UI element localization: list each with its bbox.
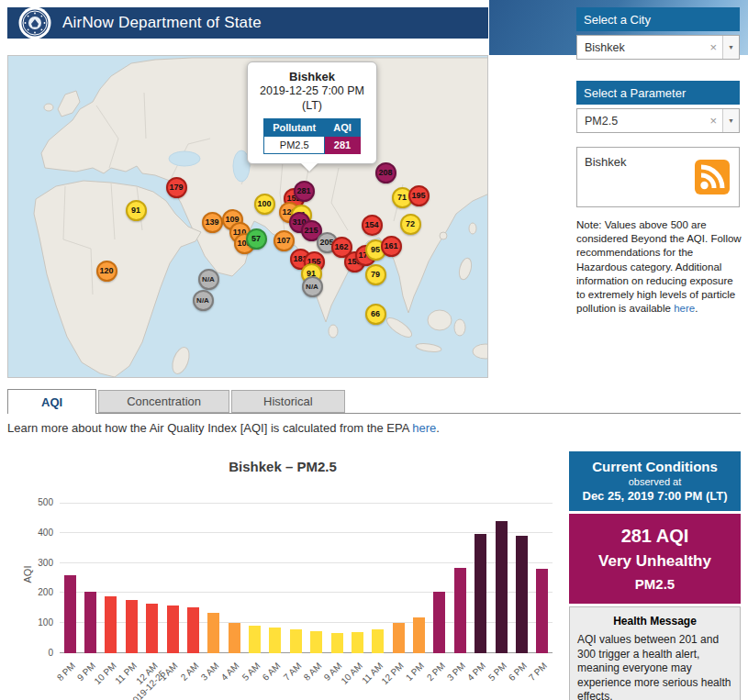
tooltip-aqi-header: AQI (325, 119, 361, 137)
aqi-bar[interactable] (126, 600, 138, 653)
aqi-bar[interactable] (269, 628, 281, 653)
x-tick-label: 10 PM (92, 661, 118, 687)
aqi-bar[interactable] (146, 604, 158, 653)
aqi-bar[interactable] (207, 613, 219, 653)
aqi-marker[interactable]: N/A (302, 276, 323, 297)
x-tick-label: 2 PM (424, 661, 447, 683)
city-combobox[interactable]: Bishkek × ▼ (576, 35, 740, 60)
aqi-marker[interactable]: 79 (365, 264, 386, 285)
parameter-combobox[interactable]: PM2.5 × ▼ (576, 108, 740, 133)
aqi-marker[interactable]: 66 (365, 304, 386, 325)
chevron-down-icon[interactable]: ▼ (722, 36, 739, 59)
health-message-box: Health Message AQI values between 201 an… (569, 606, 741, 700)
app-header: AirNow Department of State (7, 7, 488, 39)
aqi-marker[interactable]: 120 (96, 261, 117, 282)
x-tick-label: 6 PM (507, 661, 530, 683)
x-tick-label: 10 AM (339, 661, 364, 686)
tab-aqi[interactable]: AQI (7, 389, 96, 414)
x-tick-label: 1 PM (404, 661, 427, 683)
aqi-bar[interactable] (474, 534, 486, 653)
note-suffix: . (695, 303, 698, 314)
x-tick-label: 1 AM (158, 661, 180, 683)
aqi-marker[interactable]: 139 (202, 212, 223, 233)
aqi-bar[interactable] (372, 629, 384, 653)
y-tick-label: 500 (7, 497, 53, 507)
chart-title: Bishkek – PM2.5 (7, 459, 558, 474)
x-tick-label: 4 PM (465, 661, 488, 683)
feed-city-label: Bishkek (585, 155, 627, 169)
rss-icon[interactable] (695, 160, 730, 194)
aqi-marker[interactable]: N/A (198, 269, 219, 290)
y-tick-label: 0 (7, 648, 53, 658)
note-body: Note: Values above 500 are considered Be… (576, 219, 742, 314)
current-conditions-header: Current Conditions observed at Dec 25, 2… (569, 451, 741, 511)
aqi-marker[interactable]: N/A (193, 290, 214, 311)
aqi-bar[interactable] (290, 629, 302, 653)
aqi-marker[interactable]: 100 (254, 194, 275, 215)
learn-more-body: Learn more about how the Air Quality Ind… (7, 421, 412, 435)
aqi-bar[interactable] (454, 568, 466, 653)
health-message-text: AQI values between 201 and 300 trigger a… (577, 633, 732, 700)
aqi-bar[interactable] (249, 626, 261, 653)
x-tick-label: 4 AM (219, 661, 241, 683)
health-message-title: Health Message (577, 615, 732, 628)
aqi-bar[interactable] (187, 607, 199, 653)
y-tick-label: 300 (7, 558, 53, 568)
aqi-bar[interactable] (310, 631, 322, 653)
note-link[interactable]: here (674, 303, 695, 314)
learn-more-link[interactable]: here (412, 421, 436, 435)
tab-concentration[interactable]: Concentration (98, 390, 229, 413)
air-quality-map[interactable]: 1799112013910911010557100107152281120613… (7, 55, 488, 378)
select-parameter-header: Select a Parameter (576, 81, 740, 105)
city-selected-value: Bishkek (585, 41, 704, 54)
aqi-marker[interactable]: 107 (274, 230, 295, 251)
tooltip-datetime: 2019-12-25 7:00 PM (LT) (253, 84, 371, 113)
note-text: Note: Values above 500 are considered Be… (576, 218, 742, 316)
aqi-bar[interactable] (496, 521, 508, 653)
aqi-bar[interactable] (352, 632, 363, 653)
aqi-bar[interactable] (229, 623, 240, 653)
tooltip-aqi-value: 281 (325, 137, 361, 154)
aqi-marker[interactable]: 72 (400, 214, 421, 235)
gridline (60, 532, 553, 533)
aqi-marker[interactable]: 179 (166, 177, 187, 198)
aqi-marker[interactable]: 57 (246, 228, 267, 250)
aqi-bar[interactable] (105, 596, 117, 653)
x-tick-label: 7 AM (281, 661, 303, 683)
aqi-marker[interactable]: 195 (408, 185, 430, 206)
select-city-header: Select a City (576, 7, 740, 31)
aqi-bar[interactable] (433, 592, 445, 653)
observed-at-label: observed at (575, 476, 735, 487)
aqi-bar[interactable] (331, 633, 343, 653)
aqi-chart: Bishkek – PM2.5 AQI 0100200300400500 8 P… (7, 448, 558, 700)
x-tick-label: 6 AM (261, 661, 283, 683)
y-axis-labels: 0100200300400500 (7, 448, 53, 700)
x-tick-label: 5 PM (486, 661, 509, 683)
aqi-bar[interactable] (64, 575, 76, 653)
x-tick-label: 5 AM (240, 661, 262, 683)
aqi-bar[interactable] (167, 606, 179, 653)
state-department-seal-icon (18, 6, 51, 39)
current-aqi-box: 281 AQI Very Unhealthy PM2.5 (569, 514, 741, 604)
current-conditions-panel: Current Conditions observed at Dec 25, 2… (569, 451, 741, 700)
chevron-down-icon[interactable]: ▼ (722, 109, 739, 132)
aqi-marker[interactable]: 208 (375, 162, 396, 183)
clear-parameter-icon[interactable]: × (704, 114, 722, 128)
aqi-marker[interactable]: 161 (381, 236, 402, 257)
gridline (60, 503, 553, 504)
chart-plot (60, 503, 553, 653)
aqi-bar[interactable] (536, 569, 548, 653)
aqi-bar[interactable] (393, 623, 405, 653)
aqi-marker[interactable]: 281 (294, 181, 315, 202)
x-tick-label: 3 AM (199, 661, 221, 683)
aqi-bar[interactable] (516, 536, 528, 653)
x-tick-label: 8 AM (302, 661, 324, 683)
tab-historical[interactable]: Historical (231, 390, 344, 413)
aqi-bar[interactable] (84, 592, 96, 653)
aqi-marker[interactable]: 154 (362, 215, 383, 236)
page: AirNow Department of State (0, 0, 748, 700)
aqi-marker[interactable]: 91 (126, 200, 147, 221)
aqi-bar[interactable] (413, 617, 425, 653)
app-title: AirNow Department of State (62, 14, 262, 32)
clear-city-icon[interactable]: × (704, 40, 722, 54)
